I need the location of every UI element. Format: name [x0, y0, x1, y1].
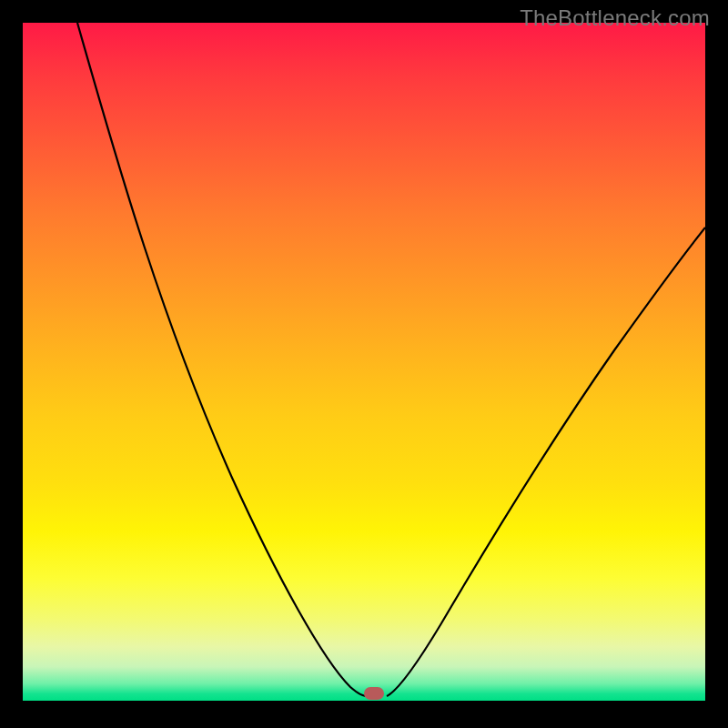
curve-left-branch — [77, 23, 378, 696]
bottleneck-curve — [23, 23, 705, 701]
bottleneck-marker — [364, 687, 384, 700]
plot-area — [23, 23, 705, 701]
curve-right-branch — [387, 228, 705, 696]
watermark-text: TheBottleneck.com — [520, 5, 710, 31]
chart-container: TheBottleneck.com — [0, 0, 728, 728]
